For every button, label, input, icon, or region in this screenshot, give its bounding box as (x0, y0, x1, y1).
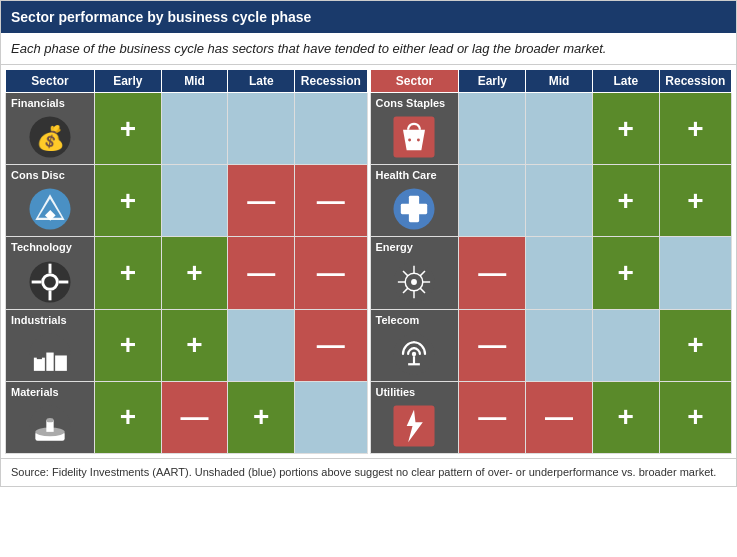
cell-health-care-1 (526, 165, 593, 237)
cell-technology-3: — (295, 237, 367, 309)
right-recession-header: Recession (659, 70, 731, 93)
page-title: Sector performance by business cycle pha… (1, 1, 736, 33)
cell-technology-1: + (161, 237, 228, 309)
left-mid-header: Mid (161, 70, 228, 93)
cell-telecom-3: + (659, 309, 731, 381)
left-late-header: Late (228, 70, 295, 93)
cell-cons-disc-0: + (94, 165, 161, 237)
cell-industrials-2 (228, 309, 295, 381)
cell-health-care-0 (459, 165, 526, 237)
cell-utilities-1: — (526, 381, 593, 453)
subtitle: Each phase of the business cycle has sec… (1, 33, 736, 65)
cell-health-care-2: + (592, 165, 659, 237)
cell-cons-staples-3: + (659, 93, 731, 165)
svg-text:💰: 💰 (35, 124, 65, 152)
svg-point-21 (46, 418, 53, 422)
left-recession-header: Recession (295, 70, 367, 93)
cell-energy-2: + (592, 237, 659, 309)
svg-point-30 (412, 279, 418, 285)
main-container: Sector performance by business cycle pha… (0, 0, 737, 487)
cell-cons-disc-1 (161, 165, 228, 237)
cell-telecom-0: — (459, 309, 526, 381)
left-early-header: Early (94, 70, 161, 93)
svg-rect-15 (55, 355, 67, 370)
cell-cons-staples-1 (526, 93, 593, 165)
svg-rect-13 (34, 357, 45, 370)
cell-telecom-2 (592, 309, 659, 381)
sector-cell-technology: Technology (6, 237, 95, 309)
footer-text: Source: Fidelity Investments (AART). Uns… (1, 458, 736, 486)
svg-rect-27 (401, 204, 427, 214)
svg-rect-14 (46, 352, 53, 370)
cell-materials-0: + (94, 381, 161, 453)
svg-point-24 (417, 139, 420, 142)
svg-point-40 (412, 352, 416, 356)
cell-technology-0: + (94, 237, 161, 309)
sector-cell-materials: Materials (6, 381, 95, 453)
right-mid-header: Mid (526, 70, 593, 93)
cell-industrials-3: — (295, 309, 367, 381)
sector-cell-health-care: Health Care (370, 165, 459, 237)
cell-materials-2: + (228, 381, 295, 453)
sector-cell-cons-disc: Cons Disc ◆ (6, 165, 95, 237)
cell-cons-staples-2: + (592, 93, 659, 165)
svg-point-23 (409, 139, 412, 142)
cell-energy-3 (659, 237, 731, 309)
cell-cons-disc-2: — (228, 165, 295, 237)
right-table: Sector Early Mid Late Recession Cons Sta… (370, 69, 733, 454)
left-sector-header: Sector (6, 70, 95, 93)
cell-technology-2: — (228, 237, 295, 309)
cell-materials-1: — (161, 381, 228, 453)
cell-health-care-3: + (659, 165, 731, 237)
sector-cell-financials: Financials 💰 (6, 93, 95, 165)
cell-cons-disc-3: — (295, 165, 367, 237)
cell-energy-1 (526, 237, 593, 309)
cell-materials-3 (295, 381, 367, 453)
cell-telecom-1 (526, 309, 593, 381)
cell-industrials-1: + (161, 309, 228, 381)
cell-financials-1 (161, 93, 228, 165)
cell-cons-staples-0 (459, 93, 526, 165)
cell-utilities-2: + (592, 381, 659, 453)
cell-energy-0: — (459, 237, 526, 309)
right-sector-header: Sector (370, 70, 459, 93)
right-early-header: Early (459, 70, 526, 93)
sector-cell-cons-staples: Cons Staples (370, 93, 459, 165)
left-table: Sector Early Mid Late Recession Financia… (5, 69, 368, 454)
sector-cell-telecom: Telecom (370, 309, 459, 381)
sector-cell-utilities: Utilities (370, 381, 459, 453)
svg-text:◆: ◆ (44, 208, 56, 223)
cell-utilities-0: — (459, 381, 526, 453)
cell-financials-3 (295, 93, 367, 165)
right-late-header: Late (592, 70, 659, 93)
tables-wrapper: Sector Early Mid Late Recession Financia… (1, 65, 736, 458)
cell-industrials-0: + (94, 309, 161, 381)
cell-utilities-3: + (659, 381, 731, 453)
svg-rect-16 (37, 354, 42, 359)
cell-financials-2 (228, 93, 295, 165)
sector-cell-industrials: Industrials (6, 309, 95, 381)
cell-financials-0: + (94, 93, 161, 165)
sector-cell-energy: Energy (370, 237, 459, 309)
